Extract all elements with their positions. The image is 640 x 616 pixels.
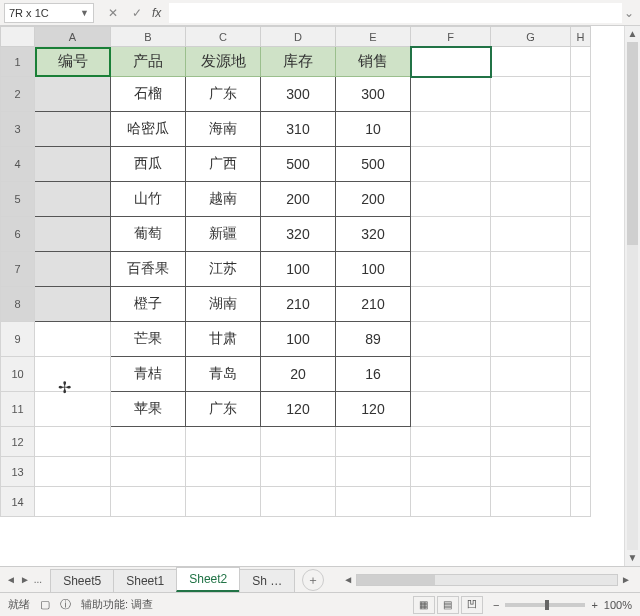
cell[interactable] — [491, 112, 571, 147]
cell[interactable] — [571, 427, 591, 457]
cell[interactable]: 哈密瓜 — [111, 112, 186, 147]
add-sheet-button[interactable]: ＋ — [302, 569, 324, 591]
cell[interactable] — [111, 487, 186, 517]
cell[interactable] — [491, 47, 571, 77]
cell[interactable]: 编号 — [35, 47, 111, 77]
row-header[interactable]: 2 — [1, 77, 35, 112]
sheet-tab[interactable]: Sheet5 — [50, 569, 114, 592]
cell[interactable] — [571, 357, 591, 392]
cell[interactable]: 苹果 — [111, 392, 186, 427]
cell[interactable]: 江苏 — [186, 252, 261, 287]
zoom-level[interactable]: 100% — [604, 599, 632, 611]
cell[interactable]: 120 — [261, 392, 336, 427]
cell[interactable]: 百香果 — [111, 252, 186, 287]
cell[interactable]: 发源地 — [186, 47, 261, 77]
row-header[interactable]: 4 — [1, 147, 35, 182]
cell[interactable]: 20 — [261, 357, 336, 392]
cell[interactable] — [571, 322, 591, 357]
fx-label[interactable]: fx — [152, 6, 161, 20]
cell[interactable]: 广东 — [186, 77, 261, 112]
cell[interactable]: 新疆 — [186, 217, 261, 252]
confirm-icon[interactable]: ✓ — [128, 6, 146, 20]
col-header-E[interactable]: E — [336, 27, 411, 47]
cell[interactable]: 石榴 — [111, 77, 186, 112]
cell[interactable] — [411, 287, 491, 322]
cell[interactable] — [571, 112, 591, 147]
cell[interactable] — [571, 217, 591, 252]
cell[interactable] — [35, 182, 111, 217]
scroll-track[interactable] — [627, 42, 638, 550]
cell[interactable] — [336, 457, 411, 487]
col-header-C[interactable]: C — [186, 27, 261, 47]
name-box[interactable]: 7R x 1C ▼ — [4, 3, 94, 23]
cell[interactable] — [186, 427, 261, 457]
view-pagebreak-icon[interactable]: 凹 — [461, 596, 483, 614]
cell[interactable]: 120 — [336, 392, 411, 427]
cell[interactable]: 海南 — [186, 112, 261, 147]
zoom-slider[interactable] — [505, 603, 585, 607]
cell[interactable]: 500 — [336, 147, 411, 182]
cell[interactable]: 100 — [261, 252, 336, 287]
cell[interactable]: 销售 — [336, 47, 411, 77]
record-macro-icon[interactable]: ▢ — [40, 598, 50, 611]
cell[interactable]: 100 — [261, 322, 336, 357]
view-pagelayout-icon[interactable]: ▤ — [437, 596, 459, 614]
cell[interactable] — [35, 252, 111, 287]
cell[interactable] — [35, 457, 111, 487]
cell[interactable] — [491, 392, 571, 427]
vertical-scrollbar[interactable]: ▲ ▼ — [624, 26, 640, 566]
cell[interactable] — [35, 112, 111, 147]
cell[interactable] — [336, 487, 411, 517]
cell[interactable] — [261, 487, 336, 517]
cell[interactable]: 芒果 — [111, 322, 186, 357]
cancel-icon[interactable]: ✕ — [104, 6, 122, 20]
cell[interactable] — [186, 457, 261, 487]
row-header[interactable]: 8 — [1, 287, 35, 322]
cell[interactable] — [35, 217, 111, 252]
cell[interactable] — [491, 322, 571, 357]
cell[interactable] — [491, 427, 571, 457]
hscroll-track[interactable] — [356, 574, 618, 586]
cell[interactable] — [411, 457, 491, 487]
row-header[interactable]: 10 — [1, 357, 35, 392]
sheet-tab[interactable]: Sh … — [239, 569, 295, 592]
cell[interactable] — [571, 47, 591, 77]
cell[interactable] — [35, 487, 111, 517]
row-header[interactable]: 7 — [1, 252, 35, 287]
sheet-tab[interactable]: Sheet2 — [176, 567, 240, 592]
cell[interactable]: 广西 — [186, 147, 261, 182]
cell[interactable]: 山竹 — [111, 182, 186, 217]
zoom-in-button[interactable]: + — [591, 599, 597, 611]
cell[interactable] — [261, 427, 336, 457]
zoom-out-button[interactable]: − — [493, 599, 499, 611]
row-header[interactable]: 12 — [1, 427, 35, 457]
cell[interactable] — [491, 217, 571, 252]
cell[interactable] — [411, 392, 491, 427]
cell[interactable] — [35, 322, 111, 357]
zoom-slider-knob[interactable] — [545, 600, 549, 610]
row-header[interactable]: 5 — [1, 182, 35, 217]
cell[interactable]: 广东 — [186, 392, 261, 427]
col-header-H[interactable]: H — [571, 27, 591, 47]
row-header[interactable]: 1 — [1, 47, 35, 77]
row-header[interactable]: 11 — [1, 392, 35, 427]
view-normal-icon[interactable]: ▦ — [413, 596, 435, 614]
cell[interactable]: 300 — [336, 77, 411, 112]
cell[interactable]: 200 — [336, 182, 411, 217]
cell[interactable]: 16 — [336, 357, 411, 392]
cell[interactable]: 320 — [261, 217, 336, 252]
cell[interactable] — [491, 287, 571, 322]
tab-nav-next-icon[interactable]: ► — [20, 574, 30, 585]
row-header[interactable]: 9 — [1, 322, 35, 357]
cell[interactable] — [411, 77, 491, 112]
cell-active[interactable] — [411, 47, 491, 77]
cell[interactable]: 西瓜 — [111, 147, 186, 182]
cell[interactable] — [411, 322, 491, 357]
cell[interactable]: 湖南 — [186, 287, 261, 322]
cell[interactable]: 库存 — [261, 47, 336, 77]
cell[interactable] — [261, 457, 336, 487]
cell[interactable] — [35, 357, 111, 392]
cell[interactable]: 甘肃 — [186, 322, 261, 357]
cell[interactable] — [571, 77, 591, 112]
cell[interactable] — [411, 357, 491, 392]
